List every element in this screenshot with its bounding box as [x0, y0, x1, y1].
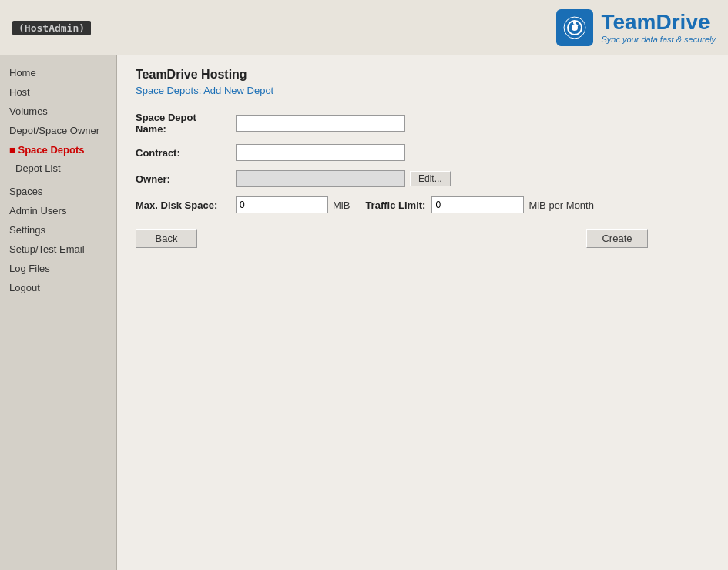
admin-label: (HostAdmin)	[12, 22, 91, 34]
contract-row: Contract:	[136, 144, 710, 161]
sidebar-item-setup-test-email[interactable]: Setup/Test Email	[0, 240, 116, 259]
contract-label: Contract:	[136, 147, 236, 159]
button-row: Back Create	[136, 229, 710, 248]
back-button[interactable]: Back	[136, 229, 197, 248]
page-title: TeamDrive Hosting	[136, 68, 710, 82]
max-disk-input[interactable]	[236, 196, 328, 213]
sidebar-item-admin-users[interactable]: Admin Users	[0, 201, 116, 220]
traffic-limit-input[interactable]	[431, 196, 524, 213]
sidebar: Home Host Volumes Depot/Space Owner Spac…	[0, 55, 117, 570]
owner-label: Owner:	[136, 173, 236, 185]
brand-tagline: Sync your data fast & securely	[601, 35, 716, 44]
depot-name-input[interactable]	[236, 115, 405, 132]
mib-per-month-label: MiB per Month	[528, 200, 594, 211]
contract-input[interactable]	[236, 144, 405, 161]
brand-name: TeamDrive	[601, 11, 716, 35]
depot-name-row: Space Depot Name:	[136, 112, 710, 135]
edit-owner-button[interactable]: Edit...	[410, 171, 451, 186]
sidebar-item-log-files[interactable]: Log Files	[0, 259, 116, 278]
header: (HostAdmin) TeamDrive Sync your data fas…	[0, 0, 728, 55]
depot-name-label: Space Depot Name:	[136, 112, 236, 135]
brand-text: TeamDrive Sync your data fast & securely	[601, 11, 716, 44]
mib-label: MiB	[333, 200, 350, 211]
disk-traffic-row: Max. Disk Space: MiB Traffic Limit: MiB …	[136, 196, 710, 213]
brand-logo: TeamDrive Sync your data fast & securely	[556, 9, 716, 46]
max-disk-label: Max. Disk Space:	[136, 200, 236, 211]
sidebar-item-space-depots[interactable]: Space Depots	[0, 140, 116, 159]
main-content: TeamDrive Hosting Space Depots: Add New …	[117, 55, 728, 570]
sidebar-item-home[interactable]: Home	[0, 63, 116, 82]
sidebar-item-spaces[interactable]: Spaces	[0, 182, 116, 201]
sidebar-item-depot-list[interactable]: Depot List	[0, 159, 116, 177]
owner-input	[236, 170, 405, 187]
sidebar-item-settings[interactable]: Settings	[0, 220, 116, 240]
brand-logo-icon	[556, 9, 593, 46]
sidebar-item-volumes[interactable]: Volumes	[0, 102, 116, 121]
create-button[interactable]: Create	[586, 229, 648, 248]
page-subtitle: Space Depots: Add New Depot	[136, 85, 710, 96]
layout: Home Host Volumes Depot/Space Owner Spac…	[0, 55, 728, 570]
owner-row: Owner: Edit...	[136, 170, 710, 187]
host-admin-text: (HostAdmin)	[12, 21, 91, 35]
sidebar-item-logout[interactable]: Logout	[0, 278, 116, 297]
traffic-limit-label: Traffic Limit:	[365, 200, 425, 211]
sidebar-item-depot-space-owner[interactable]: Depot/Space Owner	[0, 121, 116, 140]
sidebar-item-host[interactable]: Host	[0, 82, 116, 102]
